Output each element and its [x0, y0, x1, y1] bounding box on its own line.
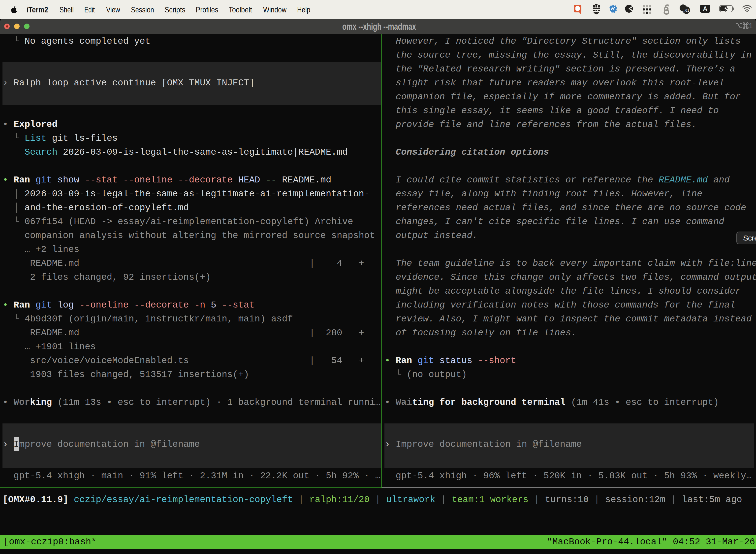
svg-text:..61: ..61	[683, 8, 689, 12]
svg-text:1: 1	[749, 22, 753, 30]
